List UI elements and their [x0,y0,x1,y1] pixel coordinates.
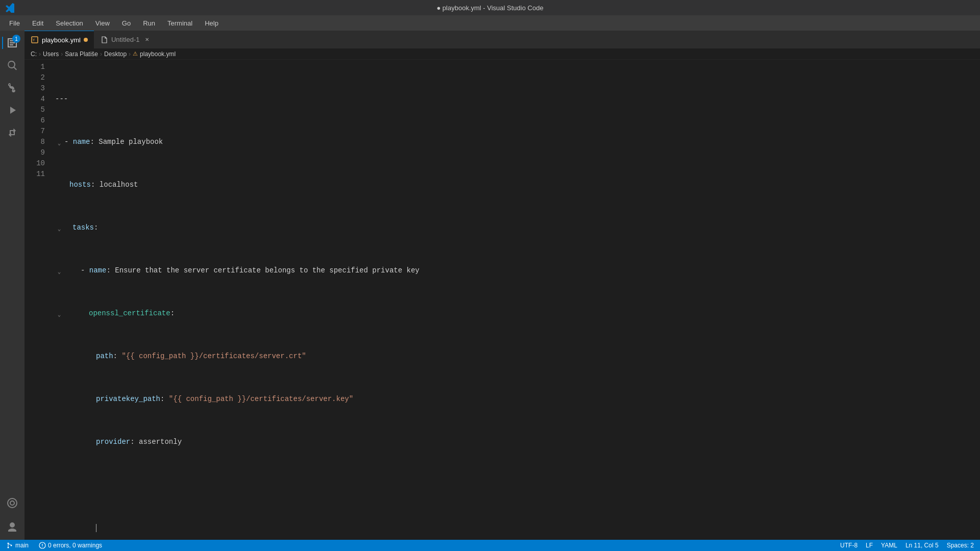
code-line-8: privatekey_path: "{{ config_path }}/cert… [55,394,980,405]
tab-icon-yaml: Y [31,36,39,44]
code-line-7: path: "{{ config_path }}/certificates/se… [55,351,980,362]
status-bar: main 0 errors, 0 warnings UTF-8 LF YAML … [0,540,980,551]
tab-modified-dot [84,38,88,42]
tab-label: playbook.yml [42,36,81,44]
activity-btn-accounts[interactable] [2,517,22,538]
breadcrumb-desktop[interactable]: Desktop [104,51,127,58]
code-line-6: ⌄openssl_certificate: [55,308,980,319]
activity-btn-remote[interactable] [2,493,22,513]
menu-view[interactable]: View [90,17,115,29]
breadcrumb-c[interactable]: C: [31,51,37,58]
menu-file[interactable]: File [4,17,25,29]
tab-icon-file [100,36,108,44]
activity-btn-extensions[interactable] [2,122,22,143]
code-line-11 [55,522,980,533]
menu-terminal[interactable]: Terminal [162,17,198,29]
menu-selection[interactable]: Selection [51,17,88,29]
code-content[interactable]: --- ⌄- name: Sample playbook hosts: loca… [50,62,980,538]
code-editor[interactable]: 1 2 3 4 5 6 7 8 9 10 11 --- ⌄- name: Sam… [24,60,980,540]
fold-icon-2[interactable]: ⌄ [55,138,63,146]
line-numbers: 1 2 3 4 5 6 7 8 9 10 11 [24,62,50,538]
status-branch-text: main [15,542,29,549]
status-language[interactable]: YAML [879,542,899,549]
status-spaces[interactable]: Spaces: 2 [945,542,976,549]
menu-help[interactable]: Help [200,17,224,29]
svg-text:Y: Y [33,38,35,42]
text-cursor [96,524,96,532]
fold-icon-6[interactable]: ⌄ [55,310,63,318]
main-layout: 1 [0,31,980,540]
status-branch[interactable]: main [4,542,31,549]
status-line-ending[interactable]: LF [864,542,875,549]
status-errors[interactable]: 0 errors, 0 warnings [37,542,104,549]
menu-edit[interactable]: Edit [27,17,48,29]
title-bar: ● playbook.yml - Visual Studio Code [0,0,980,15]
status-right: UTF-8 LF YAML Ln 11, Col 5 Spaces: 2 [838,542,976,549]
status-errors-text: 0 errors, 0 warnings [48,542,102,549]
breadcrumb-icon: ⚠ [133,51,138,57]
menu-bar: File Edit Selection View Go Run Terminal… [0,15,980,31]
activity-btn-source-control[interactable] [2,78,22,98]
status-position[interactable]: Ln 11, Col 5 [903,542,941,549]
fold-icon-5[interactable]: ⌄ [55,267,63,275]
menu-run[interactable]: Run [138,17,160,29]
breadcrumb: C: › Users › Sara Platiše › Desktop › ⚠ … [24,48,980,60]
menu-go[interactable]: Go [117,17,136,29]
breadcrumb-file[interactable]: playbook.yml [140,51,176,58]
activity-bar: 1 [0,31,24,540]
code-line-4: ⌄tasks: [55,222,980,233]
breadcrumb-users[interactable]: Users [43,51,59,58]
code-line-1: --- [55,94,980,105]
breadcrumb-sep-2: › [100,51,102,58]
vscode-logo [5,3,15,13]
code-line-9: provider: assertonly [55,437,980,447]
breadcrumb-sep-0: › [39,51,41,58]
breadcrumb-sara[interactable]: Sara Platiše [65,51,98,58]
tab-label-untitled: Untitled-1 [111,36,140,43]
tab-untitled-1[interactable]: Untitled-1 ✕ [94,31,157,48]
editor-area: Y playbook.yml Untitled-1 ✕ C: › [24,31,980,540]
code-line-5: ⌄- name: Ensure that the server certific… [55,265,980,276]
tab-playbook-yml[interactable]: Y playbook.yml [24,31,94,48]
breadcrumb-sep-3: › [129,51,131,58]
breadcrumb-sep-1: › [61,51,63,58]
code-line-3: hosts: localhost [55,180,980,190]
status-encoding[interactable]: UTF-8 [838,542,860,549]
code-line-10 [55,480,980,490]
activity-btn-explorer[interactable]: 1 [2,33,22,53]
code-line-2: ⌄- name: Sample playbook [55,137,980,147]
activity-btn-search[interactable] [2,55,22,76]
svg-point-3 [8,547,9,548]
fold-icon-4[interactable]: ⌄ [55,224,63,232]
activity-btn-run[interactable] [2,100,22,120]
window-title: ● playbook.yml - Visual Studio Code [436,4,543,12]
svg-point-2 [8,543,9,544]
tab-close-untitled[interactable]: ✕ [143,36,151,44]
tabs-bar: Y playbook.yml Untitled-1 ✕ [24,31,980,48]
